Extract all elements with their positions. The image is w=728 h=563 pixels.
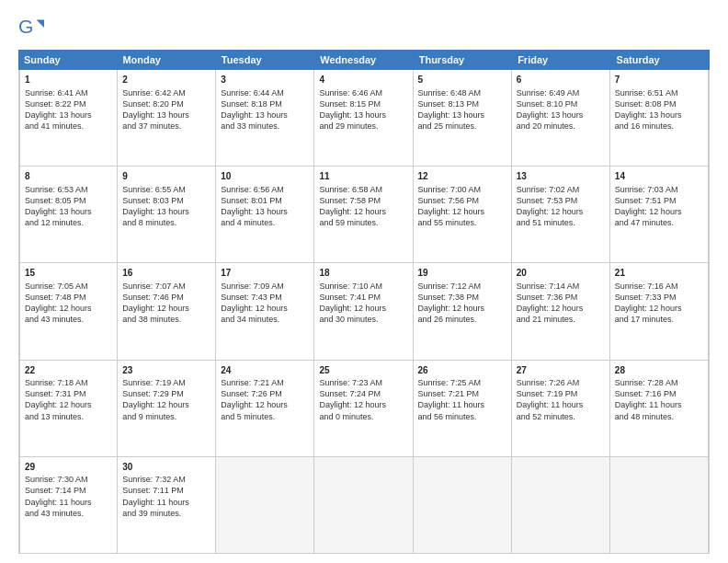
page: G SundayMondayTuesdayWednesdayThursdayFr… — [0, 0, 728, 563]
day-info-line: Sunrise: 7:26 AM — [517, 377, 605, 388]
day-info-line: Sunrise: 7:21 AM — [221, 377, 309, 388]
day-cell-30: 30Sunrise: 7:32 AMSunset: 7:11 PMDayligh… — [118, 457, 216, 553]
day-number: 15 — [25, 267, 112, 280]
day-info-line: Daylight: 12 hours — [319, 206, 407, 217]
day-info-line: Sunset: 8:01 PM — [221, 195, 309, 206]
day-info-line: and 51 minutes. — [517, 217, 605, 228]
day-info-line: Daylight: 13 hours — [25, 206, 112, 217]
day-info-line: Sunrise: 6:53 AM — [25, 184, 112, 195]
day-info-line: Daylight: 13 hours — [221, 109, 309, 121]
logo: G — [18, 15, 50, 40]
day-header-thursday: Thursday — [414, 50, 512, 70]
day-info-line: Sunrise: 7:14 AM — [517, 281, 605, 292]
day-info-line: Sunrise: 7:30 AM — [25, 474, 112, 485]
day-info-line: Daylight: 12 hours — [319, 303, 407, 314]
day-info-line: and 21 minutes. — [517, 314, 605, 325]
day-info-line: Sunrise: 6:51 AM — [615, 87, 703, 98]
day-cell-20: 20Sunrise: 7:14 AMSunset: 7:36 PMDayligh… — [512, 263, 610, 359]
day-number: 19 — [418, 267, 506, 280]
day-info-line: Sunset: 7:41 PM — [319, 292, 407, 303]
day-info-line: and 13 minutes. — [25, 411, 112, 422]
day-info-line: Sunset: 7:38 PM — [418, 292, 506, 303]
day-info-line: Sunrise: 6:58 AM — [319, 184, 407, 195]
day-header-sunday: Sunday — [18, 50, 117, 70]
day-cell-19: 19Sunrise: 7:12 AMSunset: 7:38 PMDayligh… — [414, 263, 512, 359]
day-info-line: and 33 minutes. — [221, 121, 309, 132]
day-info-line: Daylight: 13 hours — [615, 109, 703, 121]
day-info-line: and 17 minutes. — [615, 314, 703, 325]
day-info-line: and 12 minutes. — [25, 217, 112, 228]
day-info-line: and 16 minutes. — [615, 121, 703, 132]
day-info-line: Sunset: 7:26 PM — [221, 388, 309, 399]
day-cell-27: 27Sunrise: 7:26 AMSunset: 7:19 PMDayligh… — [512, 361, 610, 456]
day-number: 18 — [319, 267, 407, 280]
day-info-line: Daylight: 13 hours — [122, 109, 210, 121]
day-number: 24 — [221, 364, 309, 377]
day-info-line: Sunset: 8:18 PM — [221, 98, 309, 109]
day-info-line: Sunset: 7:43 PM — [221, 292, 309, 303]
day-cell-4: 4Sunrise: 6:46 AMSunset: 8:15 PMDaylight… — [314, 70, 413, 166]
day-info-line: and 41 minutes. — [25, 121, 112, 132]
day-number: 10 — [221, 170, 309, 183]
day-info-line: Sunrise: 7:07 AM — [122, 281, 210, 292]
day-cell-22: 22Sunrise: 7:18 AMSunset: 7:31 PMDayligh… — [19, 361, 118, 456]
day-info-line: Sunrise: 6:55 AM — [122, 184, 210, 195]
day-info-line: Daylight: 12 hours — [418, 206, 506, 217]
day-info-line: Sunset: 8:10 PM — [517, 98, 605, 109]
day-info-line: and 25 minutes. — [418, 121, 506, 132]
day-info-line: Sunrise: 6:49 AM — [517, 87, 605, 98]
day-info-line: Daylight: 12 hours — [418, 303, 506, 314]
day-number: 5 — [418, 74, 506, 86]
day-number: 22 — [25, 364, 112, 377]
day-info-line: Sunrise: 7:03 AM — [615, 184, 703, 195]
day-info-line: Sunrise: 6:48 AM — [418, 87, 506, 98]
calendar-body-outer: 1Sunrise: 6:41 AMSunset: 8:22 PMDaylight… — [18, 70, 710, 554]
day-info-line: Daylight: 11 hours — [418, 399, 506, 410]
day-info-line: and 47 minutes. — [615, 217, 703, 228]
day-info-line: Sunrise: 7:10 AM — [319, 281, 407, 292]
day-info-line: Sunset: 8:05 PM — [25, 195, 112, 206]
day-info-line: and 38 minutes. — [122, 314, 210, 325]
day-info-line: Sunset: 7:31 PM — [25, 388, 112, 399]
day-info-line: Daylight: 13 hours — [319, 109, 407, 121]
day-number: 1 — [25, 74, 112, 86]
day-number: 25 — [319, 364, 407, 377]
day-info-line: Sunset: 7:14 PM — [25, 485, 112, 496]
day-cell-13: 13Sunrise: 7:02 AMSunset: 7:53 PMDayligh… — [512, 167, 610, 262]
day-info-line: and 56 minutes. — [418, 411, 506, 422]
day-info-line: Daylight: 12 hours — [25, 399, 112, 410]
day-number: 4 — [319, 74, 407, 86]
svg-text:G: G — [18, 16, 33, 37]
day-info-line: and 43 minutes. — [25, 508, 112, 519]
day-info-line: Daylight: 12 hours — [517, 303, 605, 314]
day-info-line: Daylight: 13 hours — [517, 109, 605, 121]
day-number: 29 — [25, 461, 112, 474]
day-number: 11 — [319, 170, 407, 183]
day-info-line: Sunrise: 7:28 AM — [615, 377, 703, 388]
day-cell-26: 26Sunrise: 7:25 AMSunset: 7:21 PMDayligh… — [414, 361, 512, 456]
day-info-line: Sunrise: 7:18 AM — [25, 377, 112, 388]
week-row-2: 8Sunrise: 6:53 AMSunset: 8:05 PMDaylight… — [19, 167, 709, 263]
day-info-line: and 48 minutes. — [615, 411, 703, 422]
day-cell-29: 29Sunrise: 7:30 AMSunset: 7:14 PMDayligh… — [19, 457, 118, 553]
day-cell-9: 9Sunrise: 6:55 AMSunset: 8:03 PMDaylight… — [118, 167, 216, 262]
day-cell-25: 25Sunrise: 7:23 AMSunset: 7:24 PMDayligh… — [314, 361, 413, 456]
day-number: 27 — [517, 364, 605, 377]
svg-marker-1 — [37, 20, 44, 28]
day-info-line: Daylight: 12 hours — [25, 303, 112, 314]
day-cell-18: 18Sunrise: 7:10 AMSunset: 7:41 PMDayligh… — [314, 263, 413, 359]
day-number: 3 — [221, 74, 309, 86]
day-info-line: Daylight: 12 hours — [221, 399, 309, 410]
day-number: 6 — [517, 74, 605, 86]
day-cell-2: 2Sunrise: 6:42 AMSunset: 8:20 PMDaylight… — [118, 70, 216, 166]
day-cell-5: 5Sunrise: 6:48 AMSunset: 8:13 PMDaylight… — [414, 70, 512, 166]
day-info-line: Sunset: 7:53 PM — [517, 195, 605, 206]
day-header-wednesday: Wednesday — [314, 50, 413, 70]
day-cell-1: 1Sunrise: 6:41 AMSunset: 8:22 PMDaylight… — [19, 70, 118, 166]
day-info-line: and 34 minutes. — [221, 314, 309, 325]
day-info-line: and 39 minutes. — [122, 508, 210, 519]
day-cell-7: 7Sunrise: 6:51 AMSunset: 8:08 PMDaylight… — [610, 70, 709, 166]
day-cell-17: 17Sunrise: 7:09 AMSunset: 7:43 PMDayligh… — [216, 263, 314, 359]
day-info-line: Sunrise: 7:25 AM — [418, 377, 506, 388]
day-info-line: and 0 minutes. — [319, 411, 407, 422]
